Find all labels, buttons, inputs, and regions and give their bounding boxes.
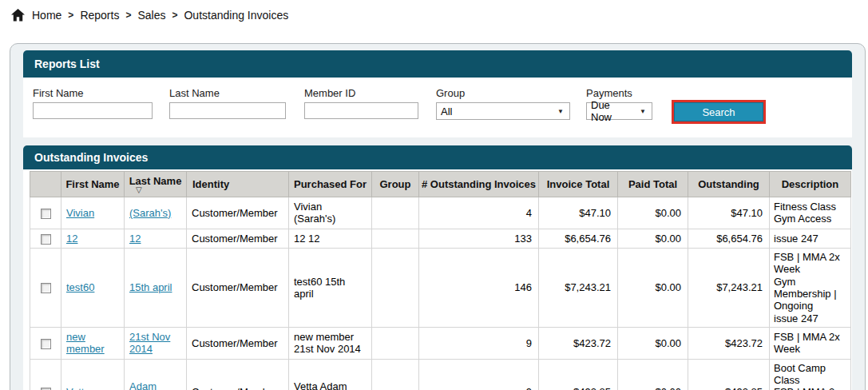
reports-list-header: Reports List xyxy=(23,50,852,78)
outstanding-cell: $47.10 xyxy=(688,197,770,229)
first-name-link[interactable]: 12 xyxy=(66,233,77,245)
last-name-link[interactable]: (Sarah's) xyxy=(129,207,171,219)
first-name-input[interactable] xyxy=(33,102,153,119)
breadcrumb-reports[interactable]: Reports xyxy=(80,9,119,22)
invoices-table-panel: First Name Last Name ▽ Identity Purchase… xyxy=(23,169,852,390)
col-outstanding[interactable]: Outstanding xyxy=(688,172,770,197)
col-invoice-total[interactable]: Invoice Total xyxy=(539,172,618,197)
table-header-row: First Name Last Name ▽ Identity Purchase… xyxy=(30,172,851,197)
num-outstanding-cell: 9 xyxy=(419,359,539,390)
identity-cell: Customer/Member xyxy=(187,327,289,359)
filter-panel: First Name Last Name Member ID Group All… xyxy=(23,78,852,137)
member-id-label: Member ID xyxy=(304,87,418,99)
search-button[interactable]: Search xyxy=(674,102,763,121)
chevron-down-icon: ▼ xyxy=(557,108,564,115)
breadcrumb: Home > Reports > Sales > Outstanding Inv… xyxy=(11,9,288,22)
breadcrumb-separator: > xyxy=(68,10,73,21)
select-column-header xyxy=(30,172,61,197)
col-purchased-for[interactable]: Purchased For xyxy=(289,172,372,197)
col-group[interactable]: Group xyxy=(372,172,419,197)
table-row: Vivian (Sarah's) Customer/Member Vivian … xyxy=(30,197,851,229)
last-name-input[interactable] xyxy=(169,102,286,119)
row-checkbox[interactable] xyxy=(41,339,51,349)
num-outstanding-cell: 9 xyxy=(419,327,539,359)
table-row: new member 21st Nov 2014 Customer/Member… xyxy=(30,327,851,359)
table-row: test60 15th april Customer/Member test60… xyxy=(30,248,851,327)
col-paid-total[interactable]: Paid Total xyxy=(618,172,688,197)
breadcrumb-current-page: Outstanding Invoices xyxy=(184,9,288,22)
first-name-link[interactable]: Vivian xyxy=(66,207,94,219)
breadcrumb-separator: > xyxy=(172,10,177,21)
paid-total-cell: $0.00 xyxy=(618,327,688,359)
col-last-name[interactable]: Last Name ▽ xyxy=(125,172,187,197)
outstanding-cell: $7,243.21 xyxy=(688,248,770,327)
purchased-for-cell: new member 21st Nov 2014 xyxy=(289,327,372,359)
outstanding-cell: $423.72 xyxy=(688,327,770,359)
last-name-label: Last Name xyxy=(169,87,286,99)
last-name-link[interactable]: 21st Nov 2014 xyxy=(129,331,170,355)
description-cell: FSB | MMA 2x Week Gym Membership | Ongoi… xyxy=(770,248,851,327)
identity-cell: Customer/Member xyxy=(187,229,289,248)
group-cell xyxy=(372,248,419,327)
num-outstanding-cell: 146 xyxy=(419,248,539,327)
purchased-for-cell: 12 12 xyxy=(289,229,372,248)
paid-total-cell: $0.00 xyxy=(618,248,688,327)
col-identity[interactable]: Identity xyxy=(187,172,289,197)
invoice-total-cell: $6,654.76 xyxy=(539,229,618,248)
outstanding-cell: $6,654.76 xyxy=(688,229,770,248)
paid-total-cell: $0.00 xyxy=(618,229,688,248)
description-cell: FSB | MMA 2x Week xyxy=(770,327,851,359)
num-outstanding-cell: 133 xyxy=(419,229,539,248)
first-name-link[interactable]: new member xyxy=(66,331,105,355)
purchased-for-cell: Vetta Adam (marc's) xyxy=(289,359,372,390)
identity-cell: Customer/Member xyxy=(187,197,289,229)
group-label: Group xyxy=(436,87,570,99)
group-cell xyxy=(372,229,419,248)
group-cell xyxy=(372,327,419,359)
first-name-label: First Name xyxy=(33,87,153,99)
sort-descending-icon[interactable]: ▽ xyxy=(136,187,184,193)
table-row: Vetta Adam (marc's) Customer/Member Vett… xyxy=(30,359,851,390)
paid-total-cell: $0.00 xyxy=(618,197,688,229)
group-cell xyxy=(372,197,419,229)
group-select-value: All xyxy=(441,105,452,117)
member-id-input[interactable] xyxy=(304,102,418,119)
description-cell: Fitness Class Gym Access xyxy=(770,197,851,229)
outstanding-cell: $493.85 xyxy=(688,359,770,390)
chevron-down-icon: ▼ xyxy=(640,108,646,115)
table-row: 12 12 Customer/Member 12 12 133 $6,654.7… xyxy=(30,229,851,248)
description-cell: Boot Camp Class FSB | MMA 2x Week Gym Ac… xyxy=(770,359,851,390)
reports-card: Reports List First Name Last Name Member… xyxy=(10,43,866,390)
col-description[interactable]: Description xyxy=(770,172,851,197)
purchased-for-cell: Vivian (Sarah's) xyxy=(289,197,372,229)
invoice-total-cell: $423.72 xyxy=(539,327,618,359)
invoice-total-cell: $7,243.21 xyxy=(539,248,618,327)
last-name-link[interactable]: 15th april xyxy=(129,281,172,293)
col-num-outstanding[interactable]: # Outstanding Invoices xyxy=(419,172,539,197)
paid-total-cell: $0.00 xyxy=(618,359,688,390)
payments-select-value: Due Now xyxy=(591,99,633,123)
row-checkbox[interactable] xyxy=(41,234,51,245)
num-outstanding-cell: 4 xyxy=(419,197,539,229)
invoice-total-cell: $47.10 xyxy=(539,197,618,229)
last-name-link[interactable]: Adam (marc's) xyxy=(129,380,167,390)
last-name-link[interactable]: 12 xyxy=(129,233,141,245)
breadcrumb-home[interactable]: Home xyxy=(32,9,61,22)
first-name-link[interactable]: test60 xyxy=(66,281,94,293)
identity-cell: Customer/Member xyxy=(187,359,289,390)
row-checkbox[interactable] xyxy=(41,209,51,219)
group-select[interactable]: All ▼ xyxy=(436,102,570,120)
row-checkbox[interactable] xyxy=(41,283,51,293)
outstanding-invoices-header: Outstanding Invoices xyxy=(23,145,852,169)
search-button-highlight: Search xyxy=(672,100,766,124)
payments-select[interactable]: Due Now ▼ xyxy=(586,102,652,120)
invoice-total-cell: $493.85 xyxy=(539,359,618,390)
identity-cell: Customer/Member xyxy=(187,248,289,327)
col-first-name[interactable]: First Name xyxy=(61,172,125,197)
home-icon[interactable] xyxy=(11,9,25,22)
group-cell xyxy=(372,359,419,390)
invoices-table: First Name Last Name ▽ Identity Purchase… xyxy=(30,171,851,390)
first-name-link[interactable]: Vetta xyxy=(66,386,90,390)
breadcrumb-separator: > xyxy=(125,10,131,21)
breadcrumb-sales[interactable]: Sales xyxy=(137,9,165,22)
